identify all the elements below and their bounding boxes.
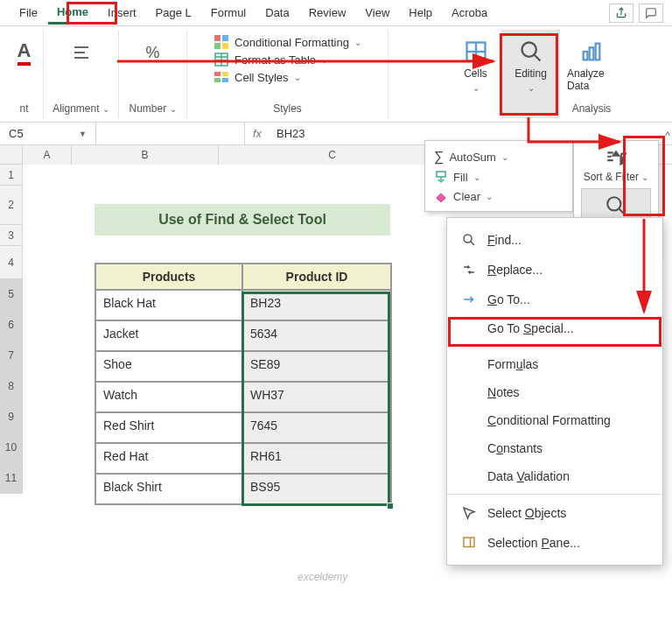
table-row: WatchWH37: [95, 382, 391, 412]
row-header[interactable]: 8: [0, 371, 22, 402]
autosum-button[interactable]: ∑AutoSum ⌄: [425, 146, 572, 167]
row-header[interactable]: 4: [0, 246, 22, 279]
menu-data-validation[interactable]: Data Validation: [447, 462, 662, 490]
row-header[interactable]: 7: [0, 341, 22, 371]
format-as-table-button[interactable]: Format as Table ⌄: [214, 53, 328, 67]
table-row: Black ShirtBS95: [95, 474, 391, 504]
styles-group-label: Styles: [273, 102, 302, 116]
editing-button[interactable]: Editing⌄: [507, 32, 556, 100]
svg-point-18: [522, 42, 536, 56]
row-header[interactable]: 6: [0, 310, 22, 341]
cursor-icon: [461, 505, 477, 521]
svg-line-27: [471, 242, 475, 246]
number-format-icon[interactable]: %: [139, 32, 167, 74]
alignment-label: Alignment ⌄: [52, 102, 109, 116]
svg-rect-12: [222, 72, 228, 76]
cells-icon: [464, 39, 488, 64]
cell-product-id[interactable]: BH23: [242, 290, 391, 320]
cell-product[interactable]: Black Shirt: [95, 474, 242, 504]
svg-rect-29: [464, 538, 474, 547]
svg-line-19: [534, 54, 540, 60]
svg-rect-4: [222, 35, 228, 41]
comments-button[interactable]: [639, 4, 663, 23]
collapse-ribbon-button[interactable]: ^: [665, 130, 670, 142]
tab-formulas[interactable]: Formul: [202, 3, 255, 23]
eraser-icon: [434, 189, 448, 203]
font-color-icon[interactable]: A: [10, 32, 38, 74]
svg-rect-11: [214, 72, 220, 76]
menu-conditional-formatting[interactable]: Conditional Formatting: [447, 406, 662, 434]
fx-icon[interactable]: fx: [245, 127, 270, 140]
tab-review[interactable]: Review: [300, 3, 355, 23]
editing-dropdown: ∑AutoSum ⌄ Fill ⌄ Clear ⌄: [424, 140, 573, 212]
tab-home[interactable]: Home: [48, 2, 97, 25]
alignment-icon[interactable]: [67, 32, 95, 74]
menu-constants[interactable]: Constants: [447, 434, 662, 462]
menu-notes[interactable]: Notes: [447, 378, 662, 406]
row-header[interactable]: 9: [0, 402, 22, 433]
column-header[interactable]: C: [219, 145, 446, 165]
column-header[interactable]: B: [72, 145, 219, 165]
sort-filter-icon: [605, 148, 627, 171]
table-row: Red HatRH61: [95, 443, 391, 474]
cell-product-id[interactable]: 5634: [242, 320, 391, 351]
column-header[interactable]: A: [23, 145, 72, 165]
cell-product[interactable]: Red Shirt: [95, 412, 242, 443]
svg-rect-23: [437, 172, 445, 177]
cell-product[interactable]: Jacket: [95, 320, 242, 351]
fill-button[interactable]: Fill ⌄: [425, 167, 572, 186]
column-header-product-id: Product ID: [242, 264, 391, 290]
cell-product-id[interactable]: RH61: [242, 443, 391, 474]
pane-icon: [461, 535, 477, 551]
conditional-formatting-button[interactable]: Conditional Formatting ⌄: [214, 35, 361, 49]
tab-pagelayout[interactable]: Page L: [147, 3, 200, 23]
svg-rect-20: [584, 52, 588, 60]
cell-product-id[interactable]: 7645: [242, 412, 391, 443]
row-header[interactable]: 10: [0, 433, 22, 463]
svg-rect-13: [214, 78, 220, 82]
analyze-data-button[interactable]: Analyze Data: [567, 32, 616, 100]
menu-find[interactable]: Find...: [447, 225, 662, 255]
row-header[interactable]: 1: [0, 165, 22, 186]
table-row: Black HatBH23: [95, 290, 391, 320]
row-header[interactable]: 2: [0, 186, 22, 225]
tab-view[interactable]: View: [356, 3, 398, 23]
menu-goto-special[interactable]: Go To Special...: [447, 314, 662, 342]
cell-product[interactable]: Red Hat: [95, 443, 242, 474]
watermark: exceldemy: [298, 571, 347, 583]
tab-file[interactable]: File: [10, 3, 46, 23]
selection-handle[interactable]: [387, 503, 394, 510]
formula-input[interactable]: BH23: [270, 127, 672, 140]
clear-button[interactable]: Clear ⌄: [425, 186, 572, 206]
menu-formulas[interactable]: Formulas: [447, 350, 662, 378]
tab-insert[interactable]: Insert: [99, 3, 145, 23]
tab-data[interactable]: Data: [256, 3, 298, 23]
tab-help[interactable]: Help: [400, 3, 441, 23]
cell-product-id[interactable]: BS95: [242, 474, 391, 504]
tab-acrobat[interactable]: Acroba: [443, 3, 496, 23]
sigma-icon: ∑: [434, 149, 444, 165]
table-row: Red Shirt7645: [95, 412, 391, 443]
row-header[interactable]: 11: [0, 463, 22, 494]
cell-product[interactable]: Watch: [95, 382, 242, 412]
cell-product-id[interactable]: SE89: [242, 351, 391, 382]
ribbon: A nt Alignment ⌄ % Number ⌄ Conditional …: [0, 26, 672, 123]
menu-goto[interactable]: Go To...: [447, 285, 662, 314]
name-box[interactable]: C5▼: [0, 123, 96, 144]
cells-button[interactable]: Cells⌄: [452, 32, 500, 100]
sort-filter-button[interactable]: Sort & Filter ⌄: [581, 148, 651, 183]
cell-styles-button[interactable]: Cell Styles ⌄: [214, 70, 300, 84]
menu-select-objects[interactable]: Select Objects: [447, 498, 662, 528]
row-header[interactable]: 3: [0, 225, 22, 246]
menu-replace[interactable]: Replace...: [447, 255, 662, 285]
share-button[interactable]: [609, 4, 634, 23]
cell-product[interactable]: Shoe: [95, 351, 242, 382]
cell-product-id[interactable]: WH37: [242, 382, 391, 412]
svg-rect-22: [596, 44, 600, 60]
table-row: Jacket5634: [95, 320, 391, 351]
cell-product[interactable]: Black Hat: [95, 290, 242, 320]
menu-selection-pane[interactable]: Selection Pane...: [447, 528, 662, 558]
row-header[interactable]: 5: [0, 279, 22, 310]
select-all-corner[interactable]: [0, 145, 23, 165]
chevron-down-icon: ▼: [79, 130, 87, 138]
